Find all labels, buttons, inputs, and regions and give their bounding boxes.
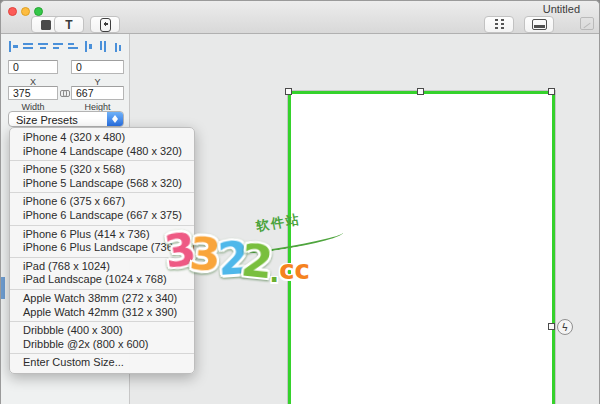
artboard-action-button[interactable]: ϟ [557, 319, 573, 335]
menu-item[interactable]: iPhone 4 Landscape (480 x 320) [10, 145, 194, 159]
panel-toggle-button[interactable] [524, 16, 554, 33]
size-presets-dropdown[interactable]: Size Presets [8, 111, 124, 127]
text-tool-button[interactable]: T [54, 16, 84, 33]
menu-separator [10, 257, 194, 258]
align-center-horizontal-icon[interactable] [23, 41, 34, 52]
resize-handle-middle-right[interactable] [548, 323, 555, 330]
menu-separator [10, 192, 194, 193]
titlebar: Untitled T [1, 1, 599, 34]
dropdown-chevrons-icon [107, 112, 123, 126]
menu-separator [10, 289, 194, 290]
menu-item[interactable]: iPhone 6 Plus (414 x 736) [10, 228, 194, 242]
size-presets-menu: iPhone 4 (320 x 480)iPhone 4 Landscape (… [9, 127, 195, 374]
menu-item[interactable]: Dribbble (400 x 300) [10, 324, 194, 338]
distribute-horizontal-icon[interactable] [98, 41, 109, 52]
x-field[interactable] [8, 60, 58, 74]
bottom-panel-icon [532, 19, 547, 30]
alignment-toolbar [8, 41, 124, 52]
square-icon [41, 20, 51, 30]
menu-item[interactable]: iPad Landscape (1024 x 768) [10, 273, 194, 287]
menu-separator [10, 160, 194, 161]
menu-separator [10, 225, 194, 226]
text-tool-icon: T [65, 19, 72, 31]
app-window: Untitled T ϟ X Y Width [0, 0, 600, 404]
sidebar-selection-sliver [1, 277, 5, 299]
align-bottom-icon[interactable] [83, 41, 94, 52]
menu-separator [10, 353, 194, 354]
menu-item[interactable]: iPhone 6 (375 x 667) [10, 195, 194, 209]
width-field[interactable] [8, 86, 58, 100]
align-left-icon[interactable] [8, 41, 19, 52]
menu-item[interactable]: iPhone 4 (320 x 480) [10, 131, 194, 145]
window-title: Untitled [543, 3, 580, 15]
align-top-icon[interactable] [53, 41, 64, 52]
menu-item[interactable]: Dribbble @2x (800 x 600) [10, 338, 194, 352]
library-button[interactable] [484, 16, 514, 33]
align-right-icon[interactable] [38, 41, 49, 52]
menu-item[interactable]: iPhone 5 (320 x 568) [10, 163, 194, 177]
share-icon [580, 17, 594, 30]
align-middle-icon[interactable] [68, 41, 79, 52]
y-field[interactable] [71, 60, 124, 74]
menu-item[interactable]: Apple Watch 38mm (272 x 340) [10, 292, 194, 306]
device-plus-icon [100, 18, 111, 32]
link-dimensions-icon[interactable] [60, 89, 69, 97]
menu-separator [10, 321, 194, 322]
menu-item[interactable]: Enter Custom Size... [10, 356, 194, 370]
zoom-button[interactable] [34, 7, 43, 16]
dots-grid-icon [494, 19, 505, 30]
distribute-vertical-icon[interactable] [113, 41, 124, 52]
menu-item[interactable]: iPhone 6 Plus Landscape (736 x 414) [10, 241, 194, 255]
height-field[interactable] [71, 86, 124, 100]
menu-item[interactable]: iPhone 5 Landscape (568 x 320) [10, 177, 194, 191]
resize-handle-top-right[interactable] [548, 88, 555, 95]
menu-item[interactable]: iPad (768 x 1024) [10, 260, 194, 274]
menu-item[interactable]: Apple Watch 42mm (312 x 390) [10, 306, 194, 320]
add-artboard-button[interactable] [90, 16, 120, 33]
lightning-icon: ϟ [562, 322, 567, 333]
size-presets-label: Size Presets [16, 114, 78, 126]
close-button[interactable] [8, 7, 17, 16]
resize-handle-top-left[interactable] [285, 88, 292, 95]
artboard[interactable] [288, 91, 555, 404]
menu-item[interactable]: iPhone 6 Landscape (667 x 375) [10, 209, 194, 223]
resize-handle-top-center[interactable] [417, 88, 424, 95]
minimize-button[interactable] [21, 7, 30, 16]
